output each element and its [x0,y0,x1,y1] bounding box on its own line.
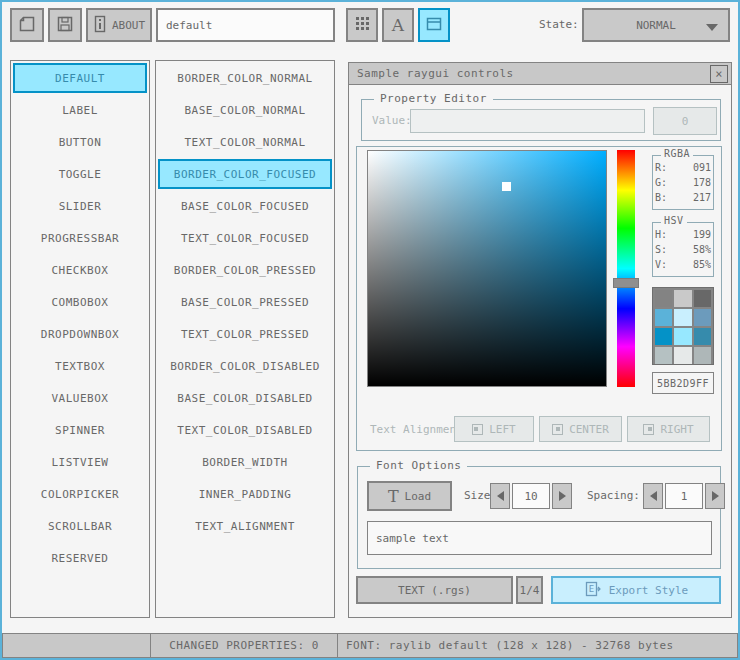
control-list-item-label: TEXTBOX [55,360,105,373]
control-list-item[interactable]: SPINNER [13,415,147,445]
control-list-item[interactable]: SCROLLBAR [13,511,147,541]
control-list-item[interactable]: PROGRESSBAR [13,223,147,253]
property-list-item[interactable]: BORDER_COLOR_NORMAL [158,63,332,93]
property-list-item[interactable]: TEXT_COLOR_PRESSED [158,319,332,349]
palette-color-cell[interactable] [674,347,691,364]
rgba-row-key: B: [655,190,667,205]
control-list-item[interactable]: DEFAULT [13,63,147,93]
hue-slider[interactable] [617,150,635,387]
control-list-item[interactable]: DROPDOWNBOX [13,319,147,349]
state-dropdown[interactable]: NORMAL [582,8,730,42]
save-file-button[interactable] [48,8,82,42]
rgba-row: R: 091 [653,160,713,175]
hex-color-value: 5BB2D9FF [657,378,709,389]
property-list-item[interactable]: BORDER_COLOR_FOCUSED [158,159,332,189]
control-list-item[interactable]: LISTVIEW [13,447,147,477]
property-list-item[interactable]: BORDER_COLOR_PRESSED [158,255,332,285]
hue-slider-handle[interactable] [613,278,639,288]
close-button[interactable]: × [710,65,728,83]
export-style-button[interactable]: E Export Style [551,576,721,604]
control-list-item-label: CHECKBOX [52,264,109,277]
control-list-item[interactable]: VALUEBOX [13,383,147,413]
control-list-item-label: RESERVED [52,552,109,565]
value-input[interactable] [411,115,644,128]
rgba-label: RGBA [661,148,693,159]
control-list-item[interactable]: COLORPICKER [13,479,147,509]
palette-color-cell[interactable] [694,290,711,307]
style-name-input[interactable] [166,19,325,32]
align-center-button[interactable]: CENTER [539,416,622,442]
hsv-row: V: 85% [653,257,713,272]
palette-color-cell[interactable] [674,309,691,326]
hsv-label: HSV [661,215,687,226]
palette-color-cell[interactable] [674,328,691,345]
control-list-item[interactable]: BUTTON [13,127,147,157]
property-list-item-label: BORDER_COLOR_FOCUSED [174,168,316,181]
palette-color-cell[interactable] [674,290,691,307]
font-size-value-box[interactable]: 10 [512,483,550,509]
property-list-item[interactable]: TEXT_ALIGNMENT [158,511,332,541]
export-format-button[interactable]: TEXT (.rgs) [356,576,513,604]
svg-text:E: E [589,584,594,594]
hex-color-value-box[interactable]: 5BB2D9FF [652,372,714,394]
control-list-item[interactable]: TEXTBOX [13,351,147,381]
control-list-item[interactable]: COMBOBOX [13,287,147,317]
state-dropdown-value: NORMAL [636,19,676,32]
property-list-item[interactable]: TEXT_COLOR_FOCUSED [158,223,332,253]
align-left-button[interactable]: LEFT [454,416,534,442]
control-list-item[interactable]: TOGGLE [13,159,147,189]
palette-color-cell[interactable] [655,309,672,326]
control-list-item[interactable]: CHECKBOX [13,255,147,285]
statusbar-changed-properties: CHANGED PROPERTIES: 0 [150,633,338,658]
show-controls-window-button[interactable] [418,8,450,42]
property-list-item[interactable]: BORDER_WIDTH [158,447,332,477]
font-size-decrease-button[interactable] [490,483,510,509]
rguistyler-app: ABOUT A State: NORMAL DEF [0,0,740,660]
font-spacing-value-box[interactable]: 1 [665,483,703,509]
palette-color-cell[interactable] [655,290,672,307]
property-list-item-label: BORDER_COLOR_DISABLED [170,360,320,373]
export-page-button[interactable]: 1/4 [516,576,543,604]
font-spacing-decrease-button[interactable] [643,483,663,509]
font-size-increase-button[interactable] [552,483,572,509]
property-list-item[interactable]: BASE_COLOR_PRESSED [158,287,332,317]
font-atlas-button[interactable]: A [382,8,414,42]
new-file-button[interactable] [10,8,44,42]
about-button[interactable]: ABOUT [86,8,152,42]
control-list-item[interactable]: LABEL [13,95,147,125]
property-list-item[interactable]: INNER_PADDING [158,479,332,509]
export-format-label: TEXT (.rgs) [398,584,471,597]
font-load-button[interactable]: T Load [367,481,452,511]
hsv-row-key: V: [655,257,667,272]
spinner-left-icon [650,491,657,501]
rgba-row-key: R: [655,160,667,175]
align-right-button[interactable]: RIGHT [627,416,710,442]
palette-color-cell[interactable] [655,328,672,345]
palette-color-cell[interactable] [655,347,672,364]
property-list-item[interactable]: TEXT_COLOR_DISABLED [158,415,332,445]
value-apply-button[interactable]: 0 [653,107,717,135]
sample-window-titlebar[interactable]: Sample raygui controls × [349,63,731,85]
rgba-row: B: 217 [653,190,713,205]
control-list-item[interactable]: SLIDER [13,191,147,221]
font-info-text: FONT: raylib default (128 x 128) - 32768… [346,639,674,652]
property-list-item[interactable]: BASE_COLOR_NORMAL [158,95,332,125]
hsv-groupbox: HSV H: 199 S: 58% V: 85% [652,222,714,277]
font-size-value: 10 [524,490,537,503]
save-icon [55,14,75,37]
property-list-item-label: BASE_COLOR_NORMAL [184,104,305,117]
palette-color-cell[interactable] [694,309,711,326]
color-saturation-value-picker[interactable] [367,150,607,387]
property-list-item[interactable]: BASE_COLOR_FOCUSED [158,191,332,221]
property-list-item[interactable]: BORDER_COLOR_DISABLED [158,351,332,381]
property-list-item[interactable]: BASE_COLOR_DISABLED [158,383,332,413]
font-options-groupbox: Font Options T Load Size: 10 Spacing: 1 [357,466,721,569]
style-table-button[interactable] [346,8,378,42]
sample-text-input[interactable] [376,532,703,545]
font-spacing-increase-button[interactable] [705,483,725,509]
palette-color-cell[interactable] [694,328,711,345]
palette-color-cell[interactable] [694,347,711,364]
property-list-item[interactable]: TEXT_COLOR_NORMAL [158,127,332,157]
control-list-item[interactable]: RESERVED [13,543,147,573]
statusbar-font-info: FONT: raylib default (128 x 128) - 32768… [337,633,738,658]
